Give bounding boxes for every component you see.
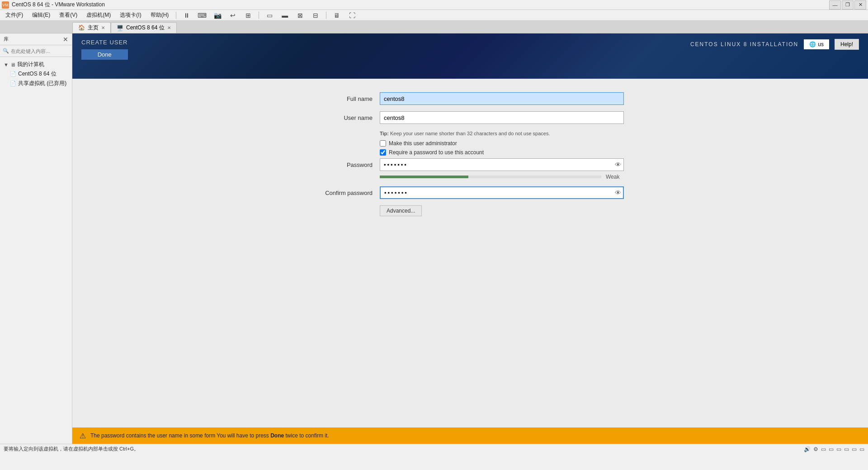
- tab-vm[interactable]: 🖥️ CentOS 8 64 位 ✕: [111, 22, 177, 33]
- status-icon-audio[interactable]: 🔊: [804, 446, 811, 452]
- status-icon-display1[interactable]: ▭: [821, 446, 826, 452]
- password-input[interactable]: [380, 158, 624, 171]
- password-row: Password 👁: [316, 158, 624, 171]
- confirm-password-row: Confirm password 👁: [316, 186, 624, 199]
- sidebar-close-button[interactable]: ✕: [63, 36, 68, 43]
- warning-icon: ⚠: [80, 432, 86, 440]
- menu-help[interactable]: 帮助(H): [147, 10, 173, 20]
- snapshot-manager-button[interactable]: ⊞: [241, 9, 255, 22]
- make-admin-label[interactable]: Make this user administrator: [389, 140, 457, 147]
- menu-separator: [176, 12, 176, 19]
- menu-edit[interactable]: 编辑(E): [28, 10, 54, 20]
- status-icon-display6[interactable]: ▭: [859, 446, 864, 452]
- flag-icon: 🌐: [809, 41, 816, 47]
- lang-label: us: [818, 41, 824, 47]
- require-password-label[interactable]: Require a password to use this account: [389, 149, 484, 156]
- restore-snapshot-button[interactable]: ↩: [226, 9, 240, 22]
- strength-label: Weak: [606, 174, 624, 180]
- title-bar: VM CentOS 8 64 位 - VMware Workstation — …: [0, 0, 868, 10]
- main-layout: 库 ✕ 🔍 ▼ ▼ 🖥 我的计算机 📄 CentOS 8 64 位 📄 共享虚: [0, 33, 868, 444]
- tab-home[interactable]: 🏠 主页 ✕: [72, 22, 111, 33]
- vm-icon: 📄: [10, 71, 16, 77]
- installer-header-left: CREATE USER Done: [81, 39, 128, 60]
- sidebar-search-row: 🔍 ▼: [0, 45, 72, 57]
- restore-button[interactable]: ❐: [842, 0, 854, 9]
- shared-label: 共享虚拟机 (已弃用): [18, 80, 66, 87]
- send-key-button[interactable]: ⌨: [195, 9, 209, 22]
- tab-home-close[interactable]: ✕: [101, 25, 105, 30]
- strength-bar: [380, 176, 468, 178]
- fullname-input[interactable]: [380, 92, 624, 105]
- strength-row: Weak: [380, 174, 624, 180]
- sidebar-item-my-computer[interactable]: ▼ 🖥 我的计算机: [0, 60, 72, 69]
- view-toggle3[interactable]: ⊠: [293, 9, 307, 22]
- view-toggle2[interactable]: ▬: [278, 9, 292, 22]
- advanced-button[interactable]: Advanced...: [380, 205, 422, 216]
- password-eye-button[interactable]: 👁: [615, 161, 621, 168]
- menu-vm[interactable]: 虚拟机(M): [83, 10, 114, 20]
- console-button[interactable]: 🖥: [330, 9, 344, 22]
- tip-row: Tip: Keep your user name shorter than 32…: [380, 130, 624, 137]
- vmware-icon: VM: [2, 1, 9, 9]
- status-icon-settings[interactable]: ⚙: [813, 446, 818, 452]
- menu-bar: 文件(F) 编辑(E) 查看(V) 虚拟机(M) 选项卡(I) 帮助(H) ⏸ …: [0, 10, 868, 21]
- confirm-eye-button[interactable]: 👁: [615, 189, 621, 196]
- create-user-title: CREATE USER: [81, 39, 128, 46]
- status-text: 要将输入定向到该虚拟机，请在虚拟机内部单击或按 Ctrl+G。: [4, 446, 139, 452]
- status-bar: 要将输入定向到该虚拟机，请在虚拟机内部单击或按 Ctrl+G。 🔊 ⚙ ▭ ▭ …: [0, 444, 868, 454]
- computer-icon: ▼: [4, 62, 9, 67]
- make-admin-checkbox[interactable]: [380, 140, 386, 147]
- status-icons: 🔊 ⚙ ▭ ▭ ▭ ▭ ▭ ▭: [804, 446, 864, 452]
- status-icon-display5[interactable]: ▭: [852, 446, 857, 452]
- sidebar-title: 库: [4, 36, 9, 43]
- username-row: User name: [316, 111, 624, 124]
- vm-tab-icon: 🖥️: [117, 25, 123, 31]
- done-button[interactable]: Done: [81, 49, 128, 60]
- sidebar-header: 库 ✕: [0, 33, 72, 45]
- centos-linux-title: CENTOS LINUX 8 INSTALLATION: [690, 41, 798, 47]
- view-toggle4[interactable]: ⊟: [309, 9, 322, 22]
- my-computer-label: 我的计算机: [17, 61, 44, 68]
- tip-text: Tip: Keep your user name shorter than 32…: [380, 131, 550, 136]
- pause-button[interactable]: ⏸: [180, 9, 193, 22]
- form-container: Full name User name Tip: Keep your user …: [316, 92, 624, 216]
- search-icon: 🔍: [3, 48, 9, 54]
- status-icon-display2[interactable]: ▭: [829, 446, 834, 452]
- view-toggle1[interactable]: ▭: [263, 9, 276, 22]
- home-icon: 🏠: [78, 24, 85, 31]
- sidebar-subtree: 📄 CentOS 8 64 位 📄 共享虚拟机 (已弃用): [0, 69, 72, 88]
- toolbar-sep2: [326, 12, 326, 19]
- status-icon-display3[interactable]: ▭: [836, 446, 841, 452]
- sidebar: 库 ✕ 🔍 ▼ ▼ 🖥 我的计算机 📄 CentOS 8 64 位 📄 共享虚: [0, 33, 72, 444]
- sidebar-item-shared-vm[interactable]: 📄 共享虚拟机 (已弃用): [6, 79, 72, 88]
- minimize-button[interactable]: —: [829, 0, 841, 9]
- fullname-label: Full name: [316, 95, 380, 102]
- username-input[interactable]: [380, 111, 624, 124]
- confirm-password-input[interactable]: [380, 186, 624, 199]
- title-bar-left: VM CentOS 8 64 位 - VMware Workstation: [2, 1, 105, 9]
- require-password-checkbox[interactable]: [380, 149, 386, 156]
- installer-header-right: CENTOS LINUX 8 INSTALLATION 🌐 us Help!: [690, 39, 859, 50]
- centos-label: CentOS 8 64 位: [18, 70, 57, 78]
- tab-vm-close[interactable]: ✕: [167, 25, 171, 30]
- username-label: User name: [316, 114, 380, 121]
- help-button[interactable]: Help!: [835, 39, 859, 50]
- centos-installer: CREATE USER Done CENTOS LINUX 8 INSTALLA…: [72, 33, 868, 444]
- window-controls: — ❐ ✕: [829, 0, 866, 9]
- menu-file[interactable]: 文件(F): [2, 10, 27, 20]
- sidebar-item-centos[interactable]: 📄 CentOS 8 64 位: [6, 69, 72, 79]
- desktop-icon: 🖥: [10, 62, 15, 67]
- sidebar-search-input[interactable]: [11, 48, 73, 54]
- status-icon-display4[interactable]: ▭: [844, 446, 849, 452]
- fullname-row: Full name: [316, 92, 624, 105]
- tab-home-label: 主页: [88, 24, 99, 32]
- close-button[interactable]: ✕: [854, 0, 866, 9]
- language-button[interactable]: 🌐 us: [804, 39, 829, 49]
- snapshot-button[interactable]: 📷: [211, 9, 224, 22]
- confirm-password-wrap: 👁: [380, 186, 624, 199]
- shared-icon: 📄: [10, 81, 16, 86]
- menu-view[interactable]: 查看(V): [56, 10, 81, 20]
- fullscreen-button[interactable]: ⛶: [345, 9, 359, 22]
- sidebar-tree: ▼ 🖥 我的计算机 📄 CentOS 8 64 位 📄 共享虚拟机 (已弃用): [0, 57, 72, 444]
- menu-tab[interactable]: 选项卡(I): [116, 10, 145, 20]
